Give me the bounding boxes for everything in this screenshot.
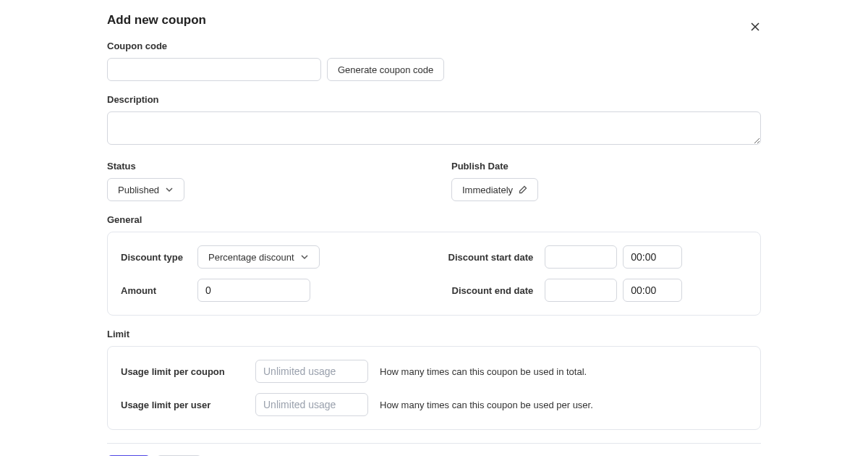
description-label: Description bbox=[107, 94, 761, 105]
status-value: Published bbox=[118, 185, 159, 195]
publish-date-value: Immediately bbox=[462, 185, 513, 195]
limit-card: Usage limit per coupon How many times ca… bbox=[107, 346, 761, 430]
publish-date-button[interactable]: Immediately bbox=[451, 178, 538, 201]
discount-start-time-input[interactable] bbox=[623, 245, 682, 269]
usage-limit-per-coupon-help: How many times can this coupon be used i… bbox=[380, 366, 747, 377]
amount-label: Amount bbox=[121, 285, 186, 296]
description-input[interactable] bbox=[107, 111, 761, 145]
amount-input[interactable] bbox=[197, 279, 310, 302]
close-icon[interactable] bbox=[749, 21, 761, 33]
coupon-code-label: Coupon code bbox=[107, 41, 761, 51]
discount-type-value: Percentage discount bbox=[208, 252, 294, 263]
general-card: Discount type Percentage discount Discou… bbox=[107, 232, 761, 316]
status-select[interactable]: Published bbox=[107, 178, 184, 201]
discount-start-date-label: Discount start date bbox=[396, 252, 533, 263]
limit-section-label: Limit bbox=[107, 329, 761, 339]
usage-limit-per-user-input[interactable] bbox=[255, 393, 368, 416]
chevron-down-icon bbox=[165, 185, 174, 194]
discount-type-select[interactable]: Percentage discount bbox=[197, 245, 320, 269]
general-section-label: General bbox=[107, 214, 761, 225]
generate-coupon-code-label: Generate coupon code bbox=[338, 64, 433, 75]
usage-limit-per-coupon-label: Usage limit per coupon bbox=[121, 366, 244, 377]
discount-end-time-input[interactable] bbox=[623, 279, 682, 302]
pencil-icon bbox=[519, 185, 527, 194]
usage-limit-per-user-label: Usage limit per user bbox=[121, 400, 244, 410]
publish-date-label: Publish Date bbox=[451, 161, 761, 172]
divider bbox=[107, 443, 761, 444]
generate-coupon-code-button[interactable]: Generate coupon code bbox=[327, 58, 444, 81]
page-title: Add new coupon bbox=[107, 13, 206, 28]
coupon-code-input[interactable] bbox=[107, 58, 321, 81]
discount-end-date-label: Discount end date bbox=[396, 285, 533, 296]
usage-limit-per-user-help: How many times can this coupon be used p… bbox=[380, 400, 747, 410]
discount-end-date-input[interactable] bbox=[545, 279, 617, 302]
status-label: Status bbox=[107, 161, 417, 172]
discount-type-label: Discount type bbox=[121, 252, 186, 263]
discount-start-date-input[interactable] bbox=[545, 245, 617, 269]
usage-limit-per-coupon-input[interactable] bbox=[255, 360, 368, 383]
chevron-down-icon bbox=[300, 253, 309, 261]
